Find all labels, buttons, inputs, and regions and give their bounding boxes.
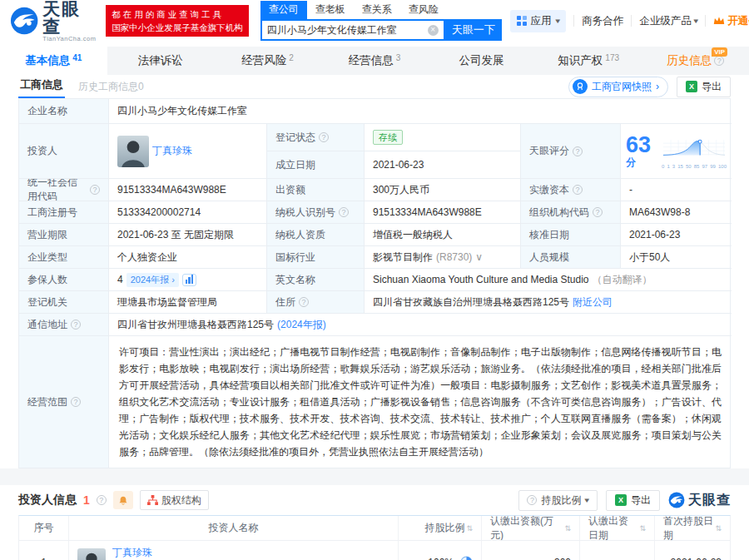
promo-line2: 国家中小企业发展子基金旗下机构 [112, 21, 243, 34]
chevron-right-icon: › [171, 275, 175, 285]
trend-chart-icon[interactable] [182, 274, 197, 286]
col-first-holding-date[interactable]: 首次持股日期 ⇅ [655, 516, 730, 540]
mailing-address-value: 四川省甘孜州理塘县格聂西路125号 [117, 318, 274, 332]
taxpayer-id-value: 91513334MA643W988E [365, 201, 521, 224]
watermark-text: 天眼查 [688, 492, 731, 509]
reg-status-cell: 存续 [365, 124, 521, 151]
address-label-cell: 住所 ? [267, 291, 365, 314]
tab-legal[interactable]: 法律诉讼 [107, 47, 215, 75]
registration-authority-value: 理塘县市场监督管理局 [109, 291, 267, 314]
enterprise-label: 企业级产品 [639, 14, 692, 28]
staff-size-label: 人员规模 [521, 246, 621, 269]
tianyancha-logo-icon [668, 492, 685, 508]
holding-ratio-dropdown[interactable]: ? 持股比例 ▾ [518, 490, 598, 511]
menu-enterprise[interactable]: 企业级产品 ▾ [639, 14, 697, 28]
english-name-value: Sichuan Xiaoma Youth Culture and Media S… [373, 274, 589, 285]
help-icon[interactable]: ? [319, 132, 329, 142]
org-code-value: MA643W98-8 [621, 201, 732, 224]
menu-vip[interactable]: 开通会员 ▾ [713, 14, 749, 28]
annual-report-chip[interactable]: 2024年报 › [126, 273, 179, 287]
investor-avatar [77, 548, 106, 560]
chevron-down-icon: ▾ [585, 496, 590, 504]
uscc-label-cell: 统一社会信用代码 ? [19, 179, 109, 201]
search-tabs: 查公司 查老板 查关系 查风险 [260, 1, 502, 19]
paid-capital-label-cell: 实缴资本 ? [521, 179, 621, 201]
address-cell: 四川省甘孜藏族自治州理塘县格聂西路125号 附近公司 [365, 291, 732, 314]
tab-intellectual-property[interactable]: 知识产权 173 [535, 47, 642, 75]
investor-cell: 丁真珍珠 [109, 124, 267, 179]
tab-company-development[interactable]: 公司发展 [428, 47, 535, 75]
auto-translate-note: （自动翻译） [593, 273, 652, 287]
business-scope-value: 许可项目：营业性演出；演出经纪；广播电视节目制作经营；电视剧制作；音像制品制作；… [109, 336, 732, 468]
investors-count: 1 [83, 493, 90, 507]
search-box: × [260, 19, 445, 41]
expand-icon[interactable]: ∨ [475, 251, 483, 263]
help-icon[interactable]: ? [90, 185, 100, 195]
annual-report-link[interactable]: (2024年报) [277, 318, 326, 332]
industry-label: 国标行业 [267, 246, 365, 269]
equity-structure-button[interactable]: 股权结构 [140, 490, 209, 510]
business-scope-label-cell: 经营范围 ? [19, 336, 109, 468]
tab-operating-info[interactable]: 经营信息 3 [321, 47, 429, 75]
investors-export-button[interactable]: X 导出 [606, 490, 660, 511]
tab-history-info[interactable]: VIP 历史信息 ? [642, 47, 749, 75]
search-tab-risk[interactable]: 查风险 [400, 1, 447, 19]
excel-icon: X [686, 81, 697, 92]
investor-name-link[interactable]: 丁真珍珠 [152, 144, 192, 158]
help-icon[interactable]: ? [339, 207, 349, 217]
official-snapshot-button[interactable]: 工商官网快照 › [568, 77, 668, 97]
subtab-history-business-info[interactable]: 历史工商信息0 [78, 80, 144, 94]
sort-icon: ⇅ [564, 524, 571, 533]
col-subscribed-amount[interactable]: 认缴出资额(万元) ⇅ [482, 516, 580, 540]
tab-label: 历史信息 [667, 53, 712, 68]
clear-search-icon[interactable]: × [428, 25, 439, 36]
help-icon[interactable]: ? [299, 297, 309, 307]
export-label: 导出 [702, 80, 722, 94]
col-holding-ratio[interactable]: 持股比例 ⇅ [399, 516, 482, 540]
col-subscribed-date[interactable]: 认缴出资日期 ⇅ [580, 516, 655, 540]
search-area: 查公司 查老板 查关系 查风险 × 天眼一下 [260, 1, 502, 41]
search-button[interactable]: 天眼一下 [445, 19, 502, 41]
tab-basic-info[interactable]: 基本信息 41 [0, 47, 107, 75]
search-tab-relation[interactable]: 查关系 [354, 1, 400, 19]
tianyancha-logo[interactable]: 天眼查 TianYanCha.com [10, 0, 97, 42]
taxpayer-qualification-value: 增值税一般纳税人 [365, 224, 521, 246]
menu-cooperation[interactable]: 商务合作 [582, 14, 623, 28]
approval-date-label: 核准日期 [521, 224, 621, 246]
crown-icon [713, 16, 725, 26]
apps-grid-icon [517, 16, 527, 26]
reg-number-label: 工商注册号 [19, 201, 109, 224]
paid-capital-label: 实缴资本 [529, 183, 569, 197]
snapshot-label: 工商官网快照 [592, 80, 652, 94]
tianyancha-watermark: 天眼查 [668, 492, 731, 509]
help-icon[interactable]: ? [593, 207, 603, 217]
investor-name-link[interactable]: 丁真珍珠 [112, 547, 152, 558]
help-icon[interactable]: ? [71, 320, 81, 330]
search-tab-company[interactable]: 查公司 [260, 1, 307, 19]
help-icon[interactable]: ? [71, 397, 81, 407]
section-divider [0, 468, 749, 485]
established-label: 成立日期 [267, 151, 365, 179]
approval-date-value: 2021-06-23 [621, 224, 732, 246]
help-icon[interactable]: ? [573, 146, 583, 156]
apps-menu[interactable]: 应用 ▾ [510, 10, 567, 32]
help-icon[interactable]: ? [714, 56, 724, 66]
pie-chart-icon[interactable] [460, 556, 473, 560]
business-term-value: 2021-06-23 至 无固定期限 [109, 224, 267, 246]
english-name-cell: Sichuan Xiaoma Youth Culture and Media S… [365, 269, 732, 291]
export-button[interactable]: X 导出 [677, 77, 731, 97]
monitor-bell-button[interactable] [113, 491, 133, 509]
investors-header: 投资人信息 1 ? 股权结构 ? 持股比例 ▾ X 导出 [0, 485, 749, 515]
english-name-label: 英文名称 [267, 269, 365, 291]
search-tab-boss[interactable]: 查老板 [307, 1, 354, 19]
help-icon[interactable]: ? [573, 185, 583, 195]
col-label: 认缴出资日期 [588, 514, 637, 543]
logo-subtitle: TianYanCha.com [42, 35, 97, 42]
nearby-companies-link[interactable]: 附近公司 [573, 295, 613, 310]
search-input[interactable] [267, 24, 428, 36]
investor-label: 投资人 [19, 124, 109, 179]
subtab-business-info[interactable]: 工商信息 [18, 75, 65, 98]
tab-count: 173 [605, 53, 619, 62]
tab-operating-risk[interactable]: 经营风险 2 [214, 47, 321, 75]
help-icon[interactable]: ? [97, 495, 107, 505]
